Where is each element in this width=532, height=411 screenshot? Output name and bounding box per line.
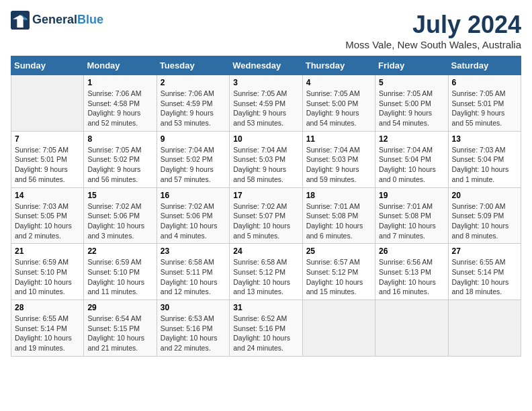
cell-content: Sunrise: 6:55 AMSunset: 5:14 PMDaylight:… [15, 314, 80, 353]
day-number: 17 [233, 191, 298, 200]
day-number: 18 [306, 191, 371, 200]
calendar-cell: 25Sunrise: 6:57 AMSunset: 5:12 PMDayligh… [302, 244, 375, 300]
header-monday: Monday [84, 56, 157, 75]
cell-content: Sunrise: 6:55 AMSunset: 5:14 PMDaylight:… [452, 257, 517, 297]
day-number: 24 [233, 246, 298, 256]
cell-content: Sunrise: 6:58 AMSunset: 5:11 PMDaylight:… [161, 257, 226, 297]
cell-content: Sunrise: 7:03 AMSunset: 5:05 PMDaylight:… [15, 201, 80, 241]
calendar-cell: 8Sunrise: 7:05 AMSunset: 5:02 PMDaylight… [84, 131, 157, 187]
day-number: 16 [161, 191, 226, 200]
cell-content: Sunrise: 7:05 AMSunset: 5:02 PMDaylight:… [87, 145, 152, 185]
day-number: 4 [306, 78, 371, 87]
calendar-cell: 6Sunrise: 7:05 AMSunset: 5:01 PMDaylight… [448, 75, 521, 132]
cell-content: Sunrise: 7:04 AMSunset: 5:04 PMDaylight:… [379, 145, 444, 185]
calendar-cell: 28Sunrise: 6:55 AMSunset: 5:14 PMDayligh… [11, 300, 84, 357]
calendar-cell: 30Sunrise: 6:53 AMSunset: 5:16 PMDayligh… [157, 300, 229, 357]
month-title: July 2024 [345, 11, 521, 39]
cell-content: Sunrise: 7:02 AMSunset: 5:06 PMDaylight:… [87, 201, 152, 241]
day-number: 1 [87, 78, 152, 87]
calendar-cell: 9Sunrise: 7:04 AMSunset: 5:02 PMDaylight… [157, 131, 229, 187]
page-header: GeneralBlue July 2024 Moss Vale, New Sou… [11, 11, 521, 50]
calendar-cell: 21Sunrise: 6:59 AMSunset: 5:10 PMDayligh… [11, 244, 84, 300]
day-number: 11 [306, 134, 371, 144]
calendar-cell: 12Sunrise: 7:04 AMSunset: 5:04 PMDayligh… [375, 131, 448, 187]
calendar-cell: 20Sunrise: 7:00 AMSunset: 5:09 PMDayligh… [448, 187, 521, 244]
calendar-header: SundayMondayTuesdayWednesdayThursdayFrid… [11, 56, 521, 75]
day-number: 2 [161, 78, 226, 87]
header-thursday: Thursday [302, 56, 375, 75]
cell-content: Sunrise: 7:03 AMSunset: 5:04 PMDaylight:… [452, 145, 517, 185]
calendar-cell: 2Sunrise: 7:06 AMSunset: 4:59 PMDaylight… [157, 75, 229, 132]
cell-content: Sunrise: 7:05 AMSunset: 5:00 PMDaylight:… [306, 89, 371, 128]
calendar-cell: 27Sunrise: 6:55 AMSunset: 5:14 PMDayligh… [448, 244, 521, 300]
calendar-cell: 10Sunrise: 7:04 AMSunset: 5:03 PMDayligh… [230, 131, 302, 187]
week-row-0: 1Sunrise: 7:06 AMSunset: 4:58 PMDaylight… [11, 75, 521, 132]
title-block: July 2024 Moss Vale, New South Wales, Au… [345, 11, 521, 50]
day-number: 10 [233, 134, 298, 144]
day-number: 20 [452, 191, 517, 200]
cell-content: Sunrise: 6:53 AMSunset: 5:16 PMDaylight:… [161, 314, 226, 353]
calendar-cell: 19Sunrise: 7:01 AMSunset: 5:08 PMDayligh… [375, 187, 448, 244]
cell-content: Sunrise: 7:05 AMSunset: 4:59 PMDaylight:… [233, 89, 298, 128]
cell-content: Sunrise: 6:58 AMSunset: 5:12 PMDaylight:… [233, 257, 298, 297]
cell-content: Sunrise: 6:57 AMSunset: 5:12 PMDaylight:… [306, 257, 371, 297]
week-row-4: 28Sunrise: 6:55 AMSunset: 5:14 PMDayligh… [11, 300, 521, 357]
calendar-cell [448, 300, 521, 357]
day-number: 19 [379, 191, 444, 200]
logo: GeneralBlue [11, 11, 103, 30]
day-number: 5 [379, 78, 444, 87]
cell-content: Sunrise: 6:54 AMSunset: 5:15 PMDaylight:… [87, 314, 152, 353]
location-title: Moss Vale, New South Wales, Australia [345, 39, 521, 50]
cell-content: Sunrise: 7:04 AMSunset: 5:03 PMDaylight:… [306, 145, 371, 185]
day-number: 6 [452, 78, 517, 87]
cell-content: Sunrise: 7:01 AMSunset: 5:08 PMDaylight:… [379, 201, 444, 241]
day-number: 31 [233, 303, 298, 312]
day-number: 21 [15, 246, 80, 256]
day-number: 12 [379, 134, 444, 144]
cell-content: Sunrise: 6:59 AMSunset: 5:10 PMDaylight:… [87, 257, 152, 297]
day-number: 15 [87, 191, 152, 200]
cell-content: Sunrise: 6:59 AMSunset: 5:10 PMDaylight:… [15, 257, 80, 297]
calendar-cell: 14Sunrise: 7:03 AMSunset: 5:05 PMDayligh… [11, 187, 84, 244]
cell-content: Sunrise: 7:04 AMSunset: 5:02 PMDaylight:… [161, 145, 226, 185]
calendar-body: 1Sunrise: 7:06 AMSunset: 4:58 PMDaylight… [11, 75, 521, 357]
calendar-cell: 11Sunrise: 7:04 AMSunset: 5:03 PMDayligh… [302, 131, 375, 187]
day-number: 3 [233, 78, 298, 87]
header-friday: Friday [375, 56, 448, 75]
calendar-cell: 24Sunrise: 6:58 AMSunset: 5:12 PMDayligh… [230, 244, 302, 300]
day-number: 28 [15, 303, 80, 312]
week-row-3: 21Sunrise: 6:59 AMSunset: 5:10 PMDayligh… [11, 244, 521, 300]
cell-content: Sunrise: 7:04 AMSunset: 5:03 PMDaylight:… [233, 145, 298, 185]
header-tuesday: Tuesday [157, 56, 229, 75]
day-number: 13 [452, 134, 517, 144]
calendar-cell [11, 75, 84, 132]
header-wednesday: Wednesday [230, 56, 302, 75]
cell-content: Sunrise: 7:05 AMSunset: 5:01 PMDaylight:… [15, 145, 80, 185]
calendar-cell [375, 300, 448, 357]
cell-content: Sunrise: 6:56 AMSunset: 5:13 PMDaylight:… [379, 257, 444, 297]
day-number: 26 [379, 246, 444, 256]
day-number: 14 [15, 191, 80, 200]
day-number: 7 [15, 134, 80, 144]
logo-icon [11, 11, 30, 30]
header-sunday: Sunday [11, 56, 84, 75]
calendar-cell: 7Sunrise: 7:05 AMSunset: 5:01 PMDaylight… [11, 131, 84, 187]
logo-line1: GeneralBlue [32, 13, 103, 27]
calendar-cell [302, 300, 375, 357]
calendar-cell: 15Sunrise: 7:02 AMSunset: 5:06 PMDayligh… [84, 187, 157, 244]
cell-content: Sunrise: 7:02 AMSunset: 5:06 PMDaylight:… [161, 201, 226, 241]
calendar-cell: 4Sunrise: 7:05 AMSunset: 5:00 PMDaylight… [302, 75, 375, 132]
day-number: 30 [161, 303, 226, 312]
calendar-cell: 18Sunrise: 7:01 AMSunset: 5:08 PMDayligh… [302, 187, 375, 244]
calendar-cell: 16Sunrise: 7:02 AMSunset: 5:06 PMDayligh… [157, 187, 229, 244]
cell-content: Sunrise: 7:05 AMSunset: 5:00 PMDaylight:… [379, 89, 444, 128]
day-number: 25 [306, 246, 371, 256]
calendar-cell: 5Sunrise: 7:05 AMSunset: 5:00 PMDaylight… [375, 75, 448, 132]
cell-content: Sunrise: 6:52 AMSunset: 5:16 PMDaylight:… [233, 314, 298, 353]
day-number: 8 [87, 134, 152, 144]
day-number: 29 [87, 303, 152, 312]
day-number: 22 [87, 246, 152, 256]
day-number: 27 [452, 246, 517, 256]
cell-content: Sunrise: 7:00 AMSunset: 5:09 PMDaylight:… [452, 201, 517, 241]
header-row: SundayMondayTuesdayWednesdayThursdayFrid… [11, 56, 521, 75]
